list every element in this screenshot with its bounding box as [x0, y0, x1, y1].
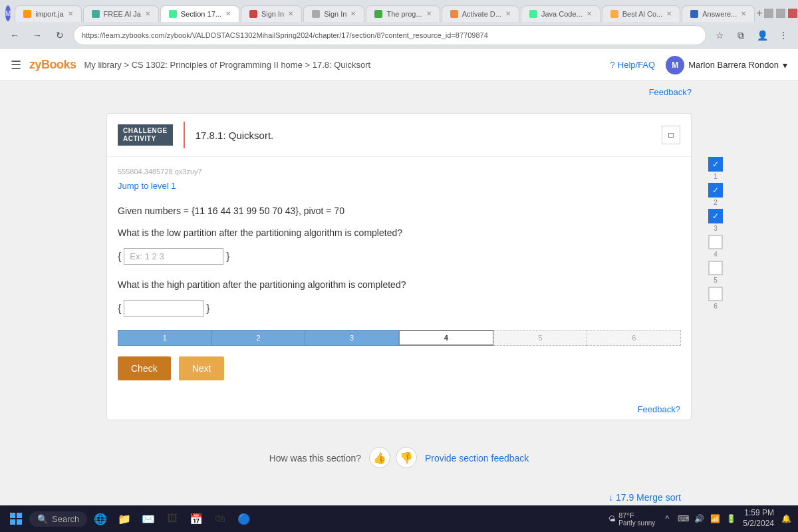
- progress-segment-3[interactable]: 3: [305, 330, 399, 346]
- tab-label: import.ja: [35, 10, 63, 18]
- svg-rect-3: [17, 519, 22, 525]
- tab-bestalco[interactable]: Best Al Co... ✕: [602, 5, 681, 22]
- notification-icon[interactable]: 🔔: [779, 512, 793, 525]
- progress-segment-5[interactable]: 5: [493, 330, 588, 346]
- tab-close-icon[interactable]: ✕: [741, 10, 746, 17]
- tab-close-icon[interactable]: ✕: [225, 10, 231, 17]
- reload-button[interactable]: ↻: [51, 26, 69, 45]
- taskbar-calendar-icon[interactable]: 📅: [186, 508, 207, 529]
- tab-importja[interactable]: import.ja ✕: [15, 5, 81, 22]
- zybooks-logo: zyBooks: [29, 58, 76, 72]
- tab-favicon: [169, 10, 177, 18]
- feedback-top-link[interactable]: Feedback?: [649, 87, 692, 97]
- tab-label: Sign In: [324, 10, 346, 18]
- help-faq-link[interactable]: ? Help/FAQ: [610, 60, 656, 70]
- taskbar-app-icon[interactable]: 🔵: [233, 508, 255, 529]
- minimize-window-button[interactable]: —: [764, 9, 773, 18]
- user-menu[interactable]: M Marlon Barrera Rondon ▾: [666, 56, 787, 74]
- tab-close-icon[interactable]: ✕: [68, 10, 73, 17]
- chevron-up-icon[interactable]: ^: [660, 512, 674, 525]
- bookmark-star-button[interactable]: ☆: [710, 26, 729, 45]
- close-bracket-2: }: [206, 303, 209, 315]
- search-icon: 🔍: [37, 514, 48, 524]
- progress-segment-1[interactable]: 1: [118, 330, 212, 346]
- taskbar-mail-icon[interactable]: ✉️: [138, 508, 159, 529]
- breadcrumb: My library > CS 1302: Principles of Prog…: [84, 60, 371, 70]
- system-tray: ^ ⌨ 🔊 📶 🔋: [660, 512, 737, 525]
- thumbs-down-button[interactable]: 👎: [396, 447, 417, 468]
- progress-segment-4[interactable]: 4: [398, 330, 494, 346]
- taskbar-files-icon[interactable]: 📁: [114, 508, 135, 529]
- tab-close-icon[interactable]: ✕: [145, 10, 150, 17]
- tab-close-icon[interactable]: ✕: [288, 10, 293, 17]
- tab-label: Java Code...: [541, 10, 583, 18]
- forward-button[interactable]: →: [28, 26, 47, 45]
- tab-close-icon[interactable]: ✕: [350, 10, 356, 17]
- settings-button[interactable]: ⋮: [774, 26, 793, 45]
- level-4-checkbox[interactable]: [708, 235, 723, 249]
- level-6-checkbox[interactable]: [708, 287, 723, 301]
- maximize-window-button[interactable]: □: [776, 9, 785, 18]
- tab-javacode[interactable]: Java Code... ✕: [521, 5, 600, 22]
- progress-bar: 1 2 3 4 5 6: [118, 330, 680, 346]
- tab-bar: M import.ja ✕ FREE Al Ja ✕ Section 17...…: [0, 0, 798, 23]
- close-window-button[interactable]: ✕: [788, 9, 797, 18]
- taskbar: 🔍 Search 🌐 📁 ✉️ 🖼 📅 🛍 🔵 🌤 87°F Partly su…: [0, 505, 798, 532]
- level-3-checkbox[interactable]: ✓: [708, 209, 723, 223]
- progress-segment-2[interactable]: 2: [211, 330, 306, 346]
- high-partition-input[interactable]: [124, 300, 203, 317]
- low-partition-input-row: { }: [118, 248, 680, 265]
- window-controls: — □ ✕: [764, 9, 798, 18]
- tab-label: Activate D...: [462, 10, 501, 18]
- progress-segment-6[interactable]: 6: [587, 330, 681, 346]
- new-tab-button[interactable]: +: [756, 4, 762, 23]
- jump-to-level-link[interactable]: Jump to level 1: [118, 181, 680, 191]
- tab-close-icon[interactable]: ✕: [666, 10, 672, 17]
- back-button[interactable]: ←: [5, 26, 24, 45]
- tab-favicon: [92, 10, 100, 18]
- hamburger-menu-button[interactable]: ☰: [11, 58, 21, 72]
- tab-section17[interactable]: Section 17... ✕: [160, 5, 239, 22]
- taskbar-photos-icon[interactable]: 🖼: [162, 508, 183, 529]
- next-button[interactable]: Next: [179, 356, 225, 380]
- check-button[interactable]: Check: [118, 356, 171, 380]
- level-5-checkbox[interactable]: [708, 261, 723, 275]
- level-2-checkbox[interactable]: ✓: [708, 183, 723, 198]
- feedback-bottom-link[interactable]: Feedback?: [107, 399, 691, 420]
- profile-button[interactable]: 👤: [753, 26, 771, 45]
- level-1-checkbox[interactable]: ✓: [708, 157, 723, 172]
- tab-answered[interactable]: Answere... ✕: [682, 5, 755, 22]
- thumbs-up-button[interactable]: 👍: [369, 447, 390, 468]
- tab-close-icon[interactable]: ✕: [505, 10, 511, 17]
- browser-chrome: M import.ja ✕ FREE Al Ja ✕ Section 17...…: [0, 0, 798, 49]
- tab-activated[interactable]: Activate D... ✕: [442, 5, 519, 22]
- tab-theprog[interactable]: The prog... ✕: [366, 5, 440, 22]
- card-header: CHALLENGE ACTIVITY 17.8.1: Quicksort. □: [107, 114, 691, 157]
- tab-close-icon[interactable]: ✕: [587, 10, 592, 17]
- time-display[interactable]: 1:59 PM 5/2/2024: [743, 508, 774, 529]
- address-bar[interactable]: https://learn.zybooks.com/zybook/VALDOST…: [73, 25, 706, 45]
- tab-favicon: [610, 10, 618, 18]
- tab-signin2[interactable]: Sign In ✕: [303, 5, 364, 22]
- svg-rect-1: [17, 513, 22, 518]
- tab-freeal[interactable]: FREE Al Ja ✕: [83, 5, 159, 22]
- extension-button[interactable]: ⧉: [732, 26, 750, 45]
- keyboard-icon[interactable]: ⌨: [676, 512, 690, 525]
- next-section-link[interactable]: ↓ 17.9 Merge sort: [106, 484, 692, 505]
- minimize-card-button[interactable]: □: [662, 126, 680, 144]
- tab-close-icon[interactable]: ✕: [426, 10, 432, 17]
- tab-signin1[interactable]: Sign In ✕: [241, 5, 302, 22]
- start-button[interactable]: [5, 508, 27, 529]
- taskbar-edge-icon[interactable]: 🌐: [90, 508, 111, 529]
- content-area: Feedback? CHALLENGE ACTIVITY 17.8.1: Qui…: [0, 81, 798, 505]
- network-icon[interactable]: 📶: [708, 512, 722, 525]
- taskbar-store-icon[interactable]: 🛍: [209, 508, 231, 529]
- provide-feedback-link[interactable]: Provide section feedback: [425, 453, 529, 464]
- low-partition-input[interactable]: [124, 248, 223, 265]
- volume-icon[interactable]: 🔊: [692, 512, 706, 525]
- browser-profile-icon[interactable]: M: [5, 5, 11, 21]
- question1-text: Given numbers = {11 16 44 31 99 50 70 43…: [118, 204, 680, 218]
- user-name: Marlon Barrera Rondon: [688, 60, 779, 70]
- battery-icon[interactable]: 🔋: [724, 512, 737, 525]
- taskbar-search-bar[interactable]: 🔍 Search: [29, 511, 87, 527]
